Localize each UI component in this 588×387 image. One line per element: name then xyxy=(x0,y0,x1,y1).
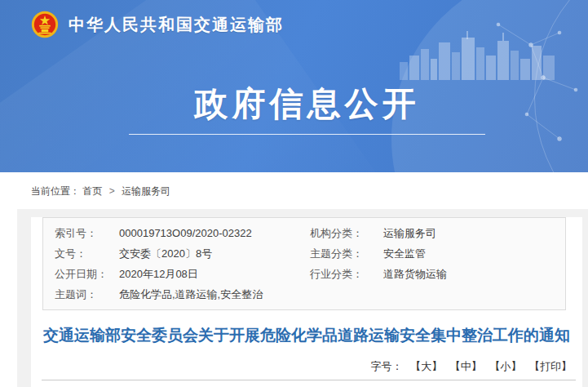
breadcrumb-home-link[interactable]: 首页 xyxy=(82,185,102,197)
content-wrapper: 当前位置： 首页 > 运输服务司 索引号： 000019713O09/2020-… xyxy=(17,172,588,387)
font-size-large-button[interactable]: 【大】 xyxy=(410,360,442,372)
content-divider xyxy=(42,380,576,380)
title-underline xyxy=(129,134,485,135)
site-title: 中华人民共和国交通运输部 xyxy=(69,14,284,36)
font-size-label: 字号： xyxy=(371,360,403,372)
meta-value-date: 2020年12月08日 xyxy=(119,264,310,284)
breadcrumb-separator: > xyxy=(109,185,115,197)
meta-value-keywords: 危险化学品,道路运输,安全整治 xyxy=(119,284,310,305)
document-title: 交通运输部安全委员会关于开展危险化学品道路运输安全集中整治工作的通知 xyxy=(41,324,573,347)
table-row: 公开日期： 2020年12月08日 行业分类： 道路货物运输 xyxy=(55,264,565,284)
meta-label-docnum: 文号： xyxy=(55,243,119,264)
font-size-small-button[interactable]: 【小】 xyxy=(489,360,521,372)
breadcrumb-section-link[interactable]: 运输服务司 xyxy=(122,185,170,197)
constellation-decoration xyxy=(482,0,588,172)
meta-label-empty xyxy=(310,284,383,305)
meta-label-keywords: 主题词： xyxy=(55,284,119,305)
meta-value-industry: 道路货物运输 xyxy=(383,264,565,284)
meta-value-index: 000019713O09/2020-02322 xyxy=(119,223,310,243)
meta-label-industry: 行业分类： xyxy=(310,264,383,284)
banner: 中华人民共和国交通运输部 政府信息公开 xyxy=(0,0,588,172)
font-size-medium-button[interactable]: 【中】 xyxy=(450,360,482,372)
article-card: 索引号： 000019713O09/2020-02322 机构分类： 运输服务司… xyxy=(31,217,582,387)
breadcrumb: 当前位置： 首页 > 运输服务司 xyxy=(17,172,588,209)
meta-value-empty xyxy=(383,284,565,305)
meta-value-org: 运输服务司 xyxy=(383,223,565,243)
breadcrumb-label: 当前位置： xyxy=(31,185,80,197)
site-header: 中华人民共和国交通运输部 xyxy=(31,11,284,38)
meta-value-topic: 安全监管 xyxy=(383,243,565,264)
gov-info-heading-block: 政府信息公开 xyxy=(129,82,485,135)
table-row: 文号： 交安委〔2020〕8号 主题分类： 安全监管 xyxy=(55,243,565,264)
national-emblem-icon xyxy=(31,11,59,38)
page-title: 政府信息公开 xyxy=(129,82,485,127)
print-button[interactable]: 【打印】 xyxy=(529,360,572,372)
meta-value-docnum: 交安委〔2020〕8号 xyxy=(119,243,310,264)
meta-label-index: 索引号： xyxy=(55,223,119,243)
font-size-controls: 字号： 【大】 【中】 【小】 【打印】 xyxy=(31,359,572,374)
meta-label-date: 公开日期： xyxy=(55,264,119,284)
table-row: 主题词： 危险化学品,道路运输,安全整治 xyxy=(55,284,565,305)
table-row: 索引号： 000019713O09/2020-02322 机构分类： 运输服务司 xyxy=(55,223,565,243)
document-meta-table: 索引号： 000019713O09/2020-02322 机构分类： 运输服务司… xyxy=(42,217,566,310)
meta-label-topic: 主题分类： xyxy=(310,243,383,264)
meta-label-org: 机构分类： xyxy=(310,223,383,243)
